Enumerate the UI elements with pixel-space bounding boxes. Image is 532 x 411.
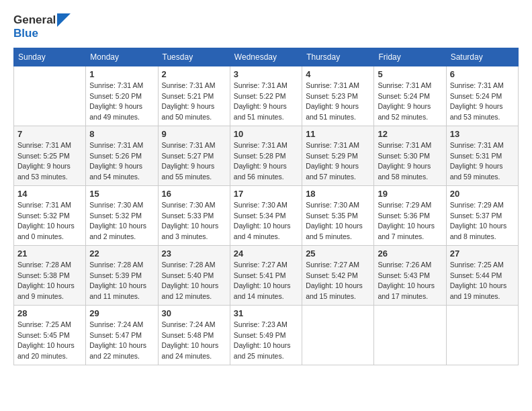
calendar-table: SundayMondayTuesdayWednesdayThursdayFrid… (13, 48, 519, 365)
weekday-header-sunday: Sunday (14, 48, 86, 66)
day-number: 17 (234, 189, 298, 199)
day-info: Sunrise: 7:31 AMSunset: 5:28 PMDaylight:… (234, 140, 298, 183)
logo: General Blue (13, 13, 71, 41)
week-row-3: 14Sunrise: 7:31 AMSunset: 5:32 PMDayligh… (14, 185, 519, 245)
day-info: Sunrise: 7:31 AMSunset: 5:27 PMDaylight:… (162, 140, 226, 183)
day-cell (302, 305, 374, 365)
day-number: 10 (234, 129, 298, 139)
logo-triangle-icon (57, 13, 71, 27)
day-info: Sunrise: 7:31 AMSunset: 5:20 PMDaylight:… (89, 81, 154, 123)
day-number: 23 (162, 248, 226, 259)
day-number: 26 (378, 248, 442, 259)
day-cell: 4Sunrise: 7:31 AMSunset: 5:23 PMDaylight… (302, 66, 374, 126)
weekday-header-wednesday: Wednesday (230, 48, 302, 66)
day-cell: 1Sunrise: 7:31 AMSunset: 5:20 PMDaylight… (86, 66, 158, 126)
day-info: Sunrise: 7:28 AMSunset: 5:39 PMDaylight:… (89, 260, 154, 302)
day-info: Sunrise: 7:28 AMSunset: 5:40 PMDaylight:… (162, 260, 226, 302)
day-cell: 29Sunrise: 7:24 AMSunset: 5:47 PMDayligh… (86, 305, 158, 365)
day-info: Sunrise: 7:31 AMSunset: 5:23 PMDaylight:… (306, 81, 370, 123)
day-info: Sunrise: 7:27 AMSunset: 5:41 PMDaylight:… (234, 260, 298, 302)
day-info: Sunrise: 7:31 AMSunset: 5:31 PMDaylight:… (450, 140, 515, 183)
day-info: Sunrise: 7:25 AMSunset: 5:44 PMDaylight:… (450, 260, 515, 302)
day-number: 21 (17, 248, 82, 259)
day-cell: 26Sunrise: 7:26 AMSunset: 5:43 PMDayligh… (374, 245, 446, 305)
day-cell: 24Sunrise: 7:27 AMSunset: 5:41 PMDayligh… (230, 245, 302, 305)
day-info: Sunrise: 7:31 AMSunset: 5:24 PMDaylight:… (378, 81, 442, 123)
day-info: Sunrise: 7:31 AMSunset: 5:26 PMDaylight:… (89, 140, 154, 183)
day-info: Sunrise: 7:31 AMSunset: 5:21 PMDaylight:… (162, 81, 226, 123)
day-number: 15 (89, 189, 154, 199)
day-number: 3 (234, 69, 298, 79)
day-cell (14, 66, 86, 126)
day-number: 28 (17, 308, 82, 318)
day-cell: 10Sunrise: 7:31 AMSunset: 5:28 PMDayligh… (230, 126, 302, 185)
day-number: 27 (450, 248, 515, 259)
day-cell (374, 305, 446, 365)
weekday-header-thursday: Thursday (302, 48, 374, 66)
day-number: 18 (306, 189, 370, 199)
day-number: 30 (162, 308, 226, 318)
day-cell: 8Sunrise: 7:31 AMSunset: 5:26 PMDaylight… (86, 126, 158, 185)
day-info: Sunrise: 7:28 AMSunset: 5:38 PMDaylight:… (17, 260, 82, 302)
day-info: Sunrise: 7:23 AMSunset: 5:49 PMDaylight:… (234, 320, 298, 362)
header: General Blue (13, 13, 519, 41)
day-cell: 17Sunrise: 7:30 AMSunset: 5:34 PMDayligh… (230, 185, 302, 245)
day-cell: 7Sunrise: 7:31 AMSunset: 5:25 PMDaylight… (14, 126, 86, 185)
day-info: Sunrise: 7:24 AMSunset: 5:47 PMDaylight:… (89, 320, 154, 362)
week-row-1: 1Sunrise: 7:31 AMSunset: 5:20 PMDaylight… (14, 66, 519, 126)
day-info: Sunrise: 7:31 AMSunset: 5:30 PMDaylight:… (378, 140, 442, 183)
svg-marker-0 (57, 13, 71, 27)
day-info: Sunrise: 7:30 AMSunset: 5:32 PMDaylight:… (89, 200, 154, 242)
day-info: Sunrise: 7:31 AMSunset: 5:32 PMDaylight:… (17, 200, 82, 242)
day-cell: 2Sunrise: 7:31 AMSunset: 5:21 PMDaylight… (158, 66, 230, 126)
day-number: 24 (234, 248, 298, 259)
weekday-header-saturday: Saturday (446, 48, 518, 66)
page-container: General Blue SundayMondayTuesdayWednesda… (13, 13, 519, 365)
day-cell: 20Sunrise: 7:29 AMSunset: 5:37 PMDayligh… (446, 185, 518, 245)
day-cell: 30Sunrise: 7:24 AMSunset: 5:48 PMDayligh… (158, 305, 230, 365)
day-info: Sunrise: 7:30 AMSunset: 5:35 PMDaylight:… (306, 200, 370, 242)
day-cell: 15Sunrise: 7:30 AMSunset: 5:32 PMDayligh… (86, 185, 158, 245)
day-number: 2 (162, 69, 226, 79)
day-number: 19 (378, 189, 442, 199)
day-number: 1 (89, 69, 154, 79)
weekday-header-monday: Monday (86, 48, 158, 66)
day-cell: 18Sunrise: 7:30 AMSunset: 5:35 PMDayligh… (302, 185, 374, 245)
day-info: Sunrise: 7:27 AMSunset: 5:42 PMDaylight:… (306, 260, 370, 302)
day-info: Sunrise: 7:30 AMSunset: 5:34 PMDaylight:… (234, 200, 298, 242)
day-cell: 16Sunrise: 7:30 AMSunset: 5:33 PMDayligh… (158, 185, 230, 245)
day-info: Sunrise: 7:29 AMSunset: 5:37 PMDaylight:… (450, 200, 515, 242)
week-row-5: 28Sunrise: 7:25 AMSunset: 5:45 PMDayligh… (14, 305, 519, 365)
day-info: Sunrise: 7:30 AMSunset: 5:33 PMDaylight:… (162, 200, 226, 242)
day-number: 22 (89, 248, 154, 259)
weekday-header-tuesday: Tuesday (158, 48, 230, 66)
week-row-4: 21Sunrise: 7:28 AMSunset: 5:38 PMDayligh… (14, 245, 519, 305)
week-row-2: 7Sunrise: 7:31 AMSunset: 5:25 PMDaylight… (14, 126, 519, 185)
day-cell: 12Sunrise: 7:31 AMSunset: 5:30 PMDayligh… (374, 126, 446, 185)
day-number: 9 (162, 129, 226, 139)
day-number: 20 (450, 189, 515, 199)
weekday-header-friday: Friday (374, 48, 446, 66)
day-cell: 28Sunrise: 7:25 AMSunset: 5:45 PMDayligh… (14, 305, 86, 365)
day-info: Sunrise: 7:31 AMSunset: 5:25 PMDaylight:… (17, 140, 82, 183)
day-cell: 13Sunrise: 7:31 AMSunset: 5:31 PMDayligh… (446, 126, 518, 185)
day-number: 25 (306, 248, 370, 259)
day-number: 29 (89, 308, 154, 318)
day-info: Sunrise: 7:29 AMSunset: 5:36 PMDaylight:… (378, 200, 442, 242)
day-cell: 27Sunrise: 7:25 AMSunset: 5:44 PMDayligh… (446, 245, 518, 305)
day-info: Sunrise: 7:31 AMSunset: 5:24 PMDaylight:… (450, 81, 515, 123)
day-info: Sunrise: 7:31 AMSunset: 5:22 PMDaylight:… (234, 81, 298, 123)
day-cell: 6Sunrise: 7:31 AMSunset: 5:24 PMDaylight… (446, 66, 518, 126)
day-cell: 14Sunrise: 7:31 AMSunset: 5:32 PMDayligh… (14, 185, 86, 245)
day-cell: 31Sunrise: 7:23 AMSunset: 5:49 PMDayligh… (230, 305, 302, 365)
weekday-header-row: SundayMondayTuesdayWednesdayThursdayFrid… (14, 48, 519, 66)
day-info: Sunrise: 7:24 AMSunset: 5:48 PMDaylight:… (162, 320, 226, 362)
day-info: Sunrise: 7:31 AMSunset: 5:29 PMDaylight:… (306, 140, 370, 183)
day-number: 8 (89, 129, 154, 139)
day-number: 16 (162, 189, 226, 199)
day-cell: 19Sunrise: 7:29 AMSunset: 5:36 PMDayligh… (374, 185, 446, 245)
day-info: Sunrise: 7:25 AMSunset: 5:45 PMDaylight:… (17, 320, 82, 362)
day-number: 14 (17, 189, 82, 199)
day-cell (446, 305, 518, 365)
day-info: Sunrise: 7:26 AMSunset: 5:43 PMDaylight:… (378, 260, 442, 302)
